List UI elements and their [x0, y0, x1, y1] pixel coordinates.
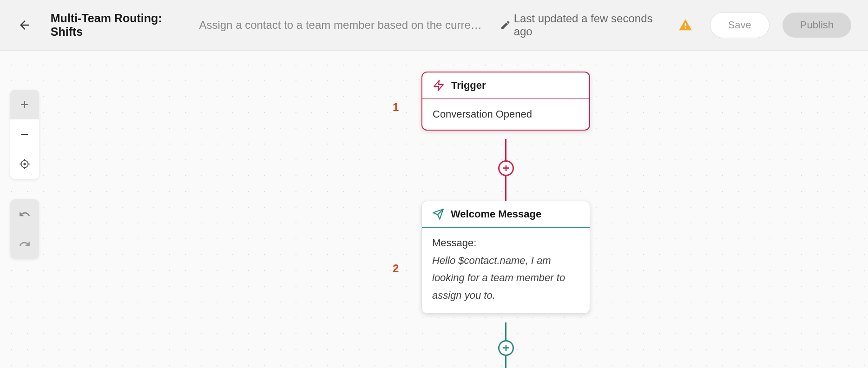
add-step-button[interactable]: + — [498, 340, 514, 356]
node-number: 1 — [393, 101, 399, 114]
zoom-controls — [10, 90, 39, 179]
node-body: Message: Hello $contact.name, I am looki… — [422, 228, 590, 313]
history-controls — [10, 199, 39, 259]
message-body: Hello $contact.name, I am looking for a … — [432, 252, 579, 304]
back-button[interactable] — [17, 17, 33, 33]
save-button[interactable]: Save — [710, 12, 769, 38]
node-body: Conversation Opened — [422, 99, 589, 130]
header: Multi-Team Routing: Shifts Assign a cont… — [0, 0, 868, 51]
plus-icon — [19, 99, 31, 111]
warning-icon[interactable] — [678, 18, 692, 32]
svg-marker-6 — [434, 80, 443, 91]
edit-icon[interactable] — [500, 20, 511, 31]
welcome-message-node[interactable]: Welcome Message Message: Hello $contact.… — [421, 201, 590, 314]
node-title: Trigger — [451, 79, 486, 92]
plus-icon: + — [503, 163, 509, 174]
add-step-button[interactable]: + — [498, 160, 514, 176]
page-title: Multi-Team Routing: Shifts — [51, 12, 193, 39]
trigger-event-text: Conversation Opened — [433, 108, 579, 120]
node-number: 2 — [393, 262, 399, 275]
redo-icon — [19, 238, 31, 250]
trigger-node[interactable]: Trigger Conversation Opened — [421, 72, 590, 131]
svg-point-5 — [24, 163, 25, 164]
redo-button[interactable] — [10, 229, 39, 259]
message-label: Message: — [432, 237, 579, 249]
undo-icon — [19, 208, 31, 220]
node-header: Trigger — [422, 72, 589, 99]
zoom-in-button[interactable] — [10, 90, 39, 119]
header-actions: Save Publish — [669, 12, 851, 38]
arrow-left-icon — [18, 18, 32, 32]
center-canvas-button[interactable] — [10, 149, 39, 179]
crosshair-icon — [19, 158, 31, 170]
node-title: Welcome Message — [451, 208, 541, 220]
zoom-out-button[interactable] — [10, 119, 39, 149]
workflow-canvas[interactable]: 1 Trigger Conversation Opened + 2 Welcom… — [0, 51, 868, 368]
page-subtitle: Assign a contact to a team member based … — [199, 19, 482, 32]
canvas-toolbar — [10, 90, 39, 279]
publish-button[interactable]: Publish — [783, 13, 851, 38]
plus-icon: + — [503, 342, 509, 354]
send-icon — [432, 208, 444, 220]
minus-icon — [19, 128, 31, 140]
lightning-icon — [433, 79, 445, 92]
undo-button[interactable] — [10, 199, 39, 229]
last-updated-text: Last updated a few seconds ago — [514, 12, 669, 38]
node-header: Welcome Message — [422, 201, 590, 228]
